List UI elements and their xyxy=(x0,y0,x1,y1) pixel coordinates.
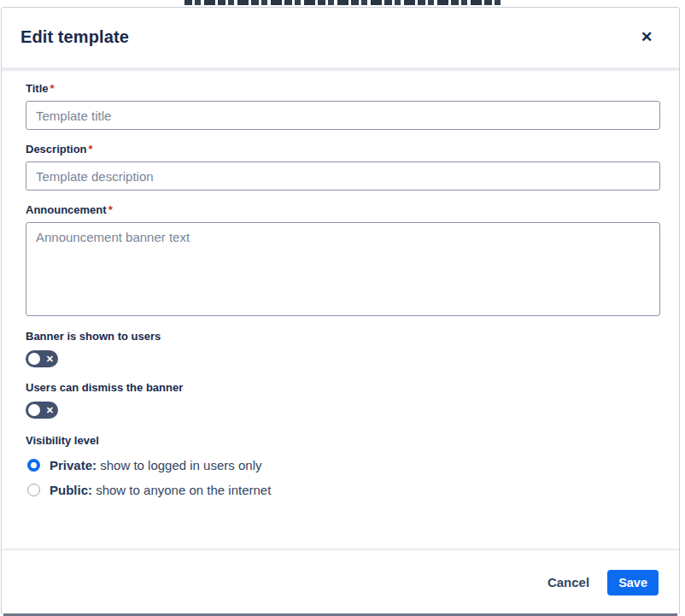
private-option-name: Private: xyxy=(50,458,97,472)
required-asterisk: * xyxy=(108,203,113,216)
visibility-option-public[interactable]: Public: show to anyone on the internet xyxy=(27,481,660,498)
visibility-level-label: Visibility level xyxy=(26,419,660,447)
toggle-off-x-icon: ✕ xyxy=(46,350,54,367)
required-asterisk: * xyxy=(50,82,55,95)
description-label-text: Description xyxy=(26,143,87,155)
description-field-label: Description* xyxy=(26,130,660,155)
close-icon[interactable]: ✕ xyxy=(635,26,658,49)
toggle-off-x-icon: ✕ xyxy=(46,402,54,419)
description-input[interactable] xyxy=(26,161,660,191)
public-option-description: show to anyone on the internet xyxy=(92,483,271,497)
cancel-button[interactable]: Cancel xyxy=(547,575,589,590)
announcement-field-label: Announcement* xyxy=(26,191,660,216)
save-button[interactable]: Save xyxy=(607,570,659,595)
title-label-text: Title xyxy=(26,82,49,95)
dialog-body: Title* Description* Announcement* Banner… xyxy=(2,71,679,549)
edit-template-dialog: Edit template ✕ Title* Description* Anno… xyxy=(1,7,680,615)
dialog-footer: Cancel Save xyxy=(2,550,679,614)
announcement-textarea[interactable] xyxy=(26,222,660,316)
announcement-label-text: Announcement xyxy=(26,203,107,216)
banner-dismiss-toggle[interactable]: ✕ xyxy=(26,402,58,419)
radio-selected-icon[interactable] xyxy=(27,459,40,472)
title-input[interactable] xyxy=(26,101,660,130)
private-option-description: show to logged in users only xyxy=(97,458,261,472)
dialog-title: Edit template xyxy=(20,27,129,47)
radio-unselected-icon[interactable] xyxy=(27,484,40,496)
banner-shown-toggle[interactable]: ✕ xyxy=(26,350,58,367)
private-option-label: Private: show to logged in users only xyxy=(50,458,261,472)
public-option-name: Public: xyxy=(50,483,92,497)
banner-shown-label: Banner is shown to users xyxy=(26,316,660,343)
dialog-header: Edit template ✕ xyxy=(2,8,679,67)
banner-dismiss-label: Users can dismiss the banner xyxy=(26,367,660,394)
background-page-clipped-text xyxy=(184,0,502,5)
required-asterisk: * xyxy=(89,143,93,155)
title-field-label: Title* xyxy=(26,71,660,95)
toggle-knob xyxy=(28,353,40,365)
toggle-knob xyxy=(28,404,40,416)
visibility-option-private[interactable]: Private: show to logged in users only xyxy=(27,456,660,473)
public-option-label: Public: show to anyone on the internet xyxy=(50,483,271,497)
